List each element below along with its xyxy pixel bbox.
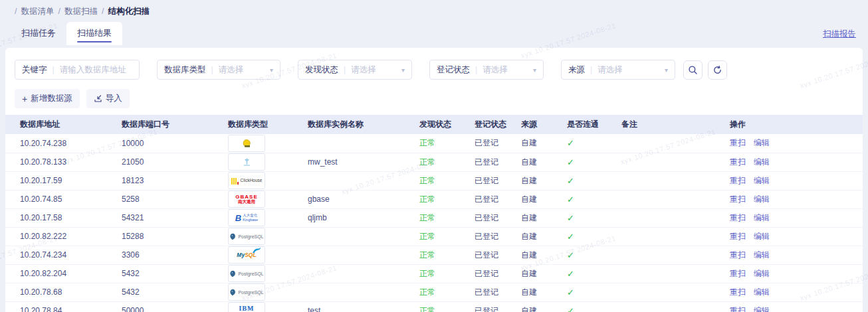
column-header: 数据库类型 <box>221 115 301 134</box>
register-status: 已登记 <box>475 195 498 204</box>
discover-status: 正常 <box>419 232 435 241</box>
hive-logo <box>228 135 265 152</box>
connected-check-icon: ✓ <box>567 213 574 223</box>
db-address: 10.20.17.58 <box>20 213 62 222</box>
edit-link[interactable]: 编辑 <box>754 306 770 312</box>
rescan-link[interactable]: 重扫 <box>730 306 746 312</box>
connected-check-icon: ✓ <box>567 138 574 148</box>
postgresql-logo: PostgreSQL <box>228 265 265 282</box>
db-address: 10.20.78.84 <box>20 306 62 312</box>
source: 自建 <box>521 232 537 241</box>
source: 自建 <box>521 250 537 260</box>
db-port: 21050 <box>122 157 144 167</box>
rescan-link[interactable]: 重扫 <box>730 269 746 278</box>
rescan-link[interactable]: 重扫 <box>730 213 746 222</box>
rescan-link[interactable]: 重扫 <box>730 157 746 167</box>
db-address: 10.20.74.85 <box>20 195 62 204</box>
scan-report-link[interactable]: 扫描报告 <box>823 29 856 40</box>
connected-check-icon: ✓ <box>567 287 574 297</box>
connected-check-icon: ✓ <box>567 157 574 167</box>
source: 自建 <box>521 306 537 312</box>
table-row: 10.20.78.84 50000 IBMDB2 test 正常 已登记 自建 … <box>5 301 863 312</box>
db-address: 10.20.78.68 <box>20 287 62 297</box>
chevron-down-icon: ▾ <box>401 66 405 74</box>
db-type-select[interactable]: 数据库类型 | 请选择 ▾ <box>157 60 280 80</box>
db-port: 15288 <box>122 232 144 241</box>
table-row: 10.20.78.133 21050 mw_test 正常 已登记 自建 ✓ 重… <box>5 153 863 171</box>
source: 自建 <box>521 176 537 185</box>
keyword-label: 关键字 <box>22 64 47 76</box>
discover-status: 正常 <box>419 138 435 147</box>
edit-link[interactable]: 编辑 <box>754 176 770 185</box>
breadcrumb-item[interactable]: 数据扫描 <box>64 7 98 16</box>
register-status-select[interactable]: 登记状态 | 请选择 ▾ <box>429 60 544 80</box>
edit-link[interactable]: 编辑 <box>754 287 770 297</box>
source: 自建 <box>521 138 537 147</box>
rescan-link[interactable]: 重扫 <box>730 138 746 147</box>
edit-link[interactable]: 编辑 <box>754 157 770 167</box>
db-instance-name: qljmb <box>308 213 327 222</box>
rescan-link[interactable]: 重扫 <box>730 287 746 297</box>
edit-link[interactable]: 编辑 <box>754 269 770 278</box>
discover-status: 正常 <box>419 195 435 204</box>
discover-status-select[interactable]: 发现状态 | 请选择 ▾ <box>298 60 412 80</box>
db-instance-name: test <box>308 306 320 312</box>
register-status: 已登记 <box>475 306 498 312</box>
table-header-row: 数据库地址数据库端口号数据库类型数据库实例名称发现状态登记状态来源是否连通备注操… <box>5 115 863 134</box>
breadcrumb-current: 结构化扫描 <box>108 7 150 16</box>
breadcrumb: /数据清单/数据扫描/结构化扫描 <box>0 0 868 21</box>
edit-link[interactable]: 编辑 <box>754 250 770 260</box>
edit-link[interactable]: 编辑 <box>754 195 770 204</box>
db-port: 50000 <box>122 306 144 312</box>
discover-status: 正常 <box>419 269 435 278</box>
filter-bar: 关键字 | 数据库类型 | 请选择 ▾ 发现状态 | 请选择 ▾ 登记状态 | … <box>5 60 863 80</box>
postgresql-logo: PostgreSQL <box>228 283 265 301</box>
edit-link[interactable]: 编辑 <box>754 213 770 222</box>
main-panel: 关键字 | 数据库类型 | 请选择 ▾ 发现状态 | 请选择 ▾ 登记状态 | … <box>5 48 863 312</box>
scan-results-table: 数据库地址数据库端口号数据库类型数据库实例名称发现状态登记状态来源是否连通备注操… <box>5 115 863 312</box>
db-port: 5258 <box>122 195 140 204</box>
import-button[interactable]: 导入 <box>86 89 130 108</box>
connected-check-icon: ✓ <box>567 250 574 260</box>
edit-link[interactable]: 编辑 <box>754 138 770 147</box>
search-button[interactable] <box>683 60 703 80</box>
db-port: 10000 <box>122 139 144 148</box>
impala-logo <box>228 153 265 171</box>
db-port: 54321 <box>122 213 144 222</box>
db-address: 10.20.74.234 <box>20 250 66 260</box>
connected-check-icon: ✓ <box>567 269 574 279</box>
tab-scan-tasks[interactable]: 扫描任务 <box>11 22 66 45</box>
rescan-link[interactable]: 重扫 <box>730 195 746 204</box>
db-address: 10.20.78.133 <box>20 157 66 167</box>
register-status: 已登记 <box>475 287 498 297</box>
source-select[interactable]: 来源 | 请选择 ▾ <box>561 60 675 80</box>
import-icon <box>94 94 102 103</box>
column-header: 数据库地址 <box>5 115 115 134</box>
rescan-link[interactable]: 重扫 <box>730 250 746 260</box>
column-header: 数据库端口号 <box>115 115 221 134</box>
mysql-logo: MySQL <box>228 246 265 264</box>
column-header: 是否连通 <box>560 115 615 134</box>
breadcrumb-item[interactable]: 数据清单 <box>21 7 54 16</box>
column-header: 备注 <box>615 115 723 134</box>
discover-status: 正常 <box>419 306 435 312</box>
rescan-link[interactable]: 重扫 <box>730 232 746 241</box>
connected-check-icon: ✓ <box>567 306 574 312</box>
keyword-input[interactable] <box>60 65 132 74</box>
table-row: 10.20.78.68 5432 PostgreSQL 正常 已登记 自建 ✓ … <box>5 283 863 301</box>
table-row: 10.20.82.222 15288 PostgreSQL 正常 已登记 自建 … <box>5 227 863 246</box>
edit-link[interactable]: 编辑 <box>754 232 770 241</box>
connected-check-icon: ✓ <box>567 232 574 242</box>
source: 自建 <box>521 287 537 297</box>
reset-button[interactable] <box>708 60 727 80</box>
db-address: 10.20.74.238 <box>20 139 66 148</box>
discover-status: 正常 <box>419 157 435 167</box>
tab-scan-results[interactable]: 扫描结果 <box>66 22 122 45</box>
rescan-link[interactable]: 重扫 <box>730 176 746 185</box>
clickhouse-logo: ClickHouse <box>228 172 265 189</box>
reset-icon <box>712 65 722 75</box>
add-datasource-button[interactable]: + 新增数据源 <box>15 89 80 108</box>
keyword-filter[interactable]: 关键字 | <box>15 60 140 80</box>
chevron-down-icon: ▾ <box>270 66 273 74</box>
plus-icon: + <box>22 96 27 102</box>
